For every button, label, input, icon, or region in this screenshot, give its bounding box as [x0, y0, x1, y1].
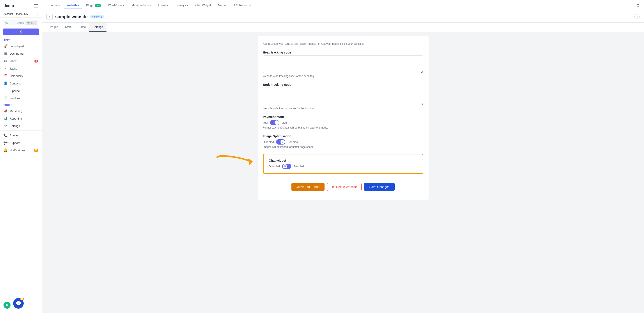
search-bar[interactable]: 🔍 Search ctrl K: [3, 20, 39, 26]
account-selector[interactable]: Account -- Irvine, CA ▾: [0, 11, 42, 18]
check-icon: ✓: [276, 121, 278, 124]
sidebar-item-support[interactable]: 💬 Support: [0, 139, 42, 147]
settings-card: Add a URL to your .png or .ico favicon i…: [258, 36, 428, 200]
pipeline-icon: ⧖: [4, 89, 8, 93]
topnav-surveys[interactable]: Surveys ▾: [172, 2, 191, 9]
sidebar-item-marketing[interactable]: 📣 Marketing: [0, 107, 42, 115]
hamburger-menu[interactable]: [34, 5, 38, 8]
support-chat-widget[interactable]: 💬 15: [13, 298, 24, 308]
image-optimisation-right-label: Enabled: [288, 140, 298, 144]
image-check-icon: ✓: [282, 141, 284, 143]
payment-mode-toggle-knob: ✓: [274, 120, 279, 125]
head-tracking-textarea[interactable]: [263, 56, 423, 73]
sidebar-label-settings: Settings: [10, 124, 20, 128]
topnav-forms[interactable]: Forms ▾: [155, 2, 172, 9]
sidebar-label-calendars: Calendars: [10, 74, 22, 78]
notifications-icon: 🔔: [4, 148, 8, 152]
payment-mode-left-label: Test: [263, 121, 268, 124]
x-icon: ✕: [284, 165, 286, 168]
action-row: Convert to Funnel 🗑 Delete Website Save …: [263, 179, 423, 195]
sidebar-item-launchpad[interactable]: 🚀 Launchpad: [0, 42, 42, 50]
main-content: Funnels Websites Blogs New WordPress ▾ M…: [42, 0, 644, 313]
sidebar-label-contacts: Contacts: [10, 82, 21, 85]
sidebar-label-invoices: Invoices: [10, 97, 20, 100]
gear-icon[interactable]: ⚙: [636, 3, 640, 8]
sidebar-item-phone[interactable]: 📞 Phone: [0, 132, 42, 139]
wordpress-chevron-icon: ▾: [123, 4, 124, 7]
support-icon: 💬: [4, 141, 8, 145]
inbox-badge: 1: [34, 60, 38, 63]
topnav-wordpress[interactable]: WordPress ▾: [105, 2, 128, 9]
arrow-annotation: [215, 154, 261, 169]
chat-widget-toggle[interactable]: ✕: [282, 164, 291, 169]
sidebar: demo Account -- Irvine, CA ▾ 🔍 Search ct…: [0, 0, 42, 313]
info-button[interactable]: ℹ: [634, 14, 640, 19]
calendars-icon: 📅: [4, 74, 8, 78]
topnav-funnels[interactable]: Funnels: [46, 2, 63, 9]
memberships-chevron-icon: ▾: [150, 4, 151, 7]
inbox-icon: ✉: [4, 59, 8, 63]
topnav-websites[interactable]: Websites: [64, 2, 82, 9]
sidebar-item-reporting[interactable]: 📊 Reporting: [0, 115, 42, 122]
topnav-forms-label: Forms: [158, 4, 166, 7]
sidebar-item-tasks[interactable]: ✓ Tasks: [0, 65, 42, 72]
page-title: sample website: [55, 14, 88, 19]
sidebar-label-tasks: Tasks: [10, 67, 17, 70]
sidebar-label-notifications: Notifications: [10, 149, 25, 152]
back-button[interactable]: ‹: [46, 14, 52, 20]
topnav-memberships[interactable]: Memberships ▾: [128, 2, 154, 9]
sidebar-label-pipeline: Pipeline: [10, 89, 20, 93]
image-optimisation-toggle-knob: ✓: [280, 140, 285, 144]
notifications-badge: 15: [34, 149, 38, 152]
logo: demo: [4, 4, 14, 8]
topnav-blogs-label: Blogs: [86, 4, 93, 7]
sidebar-item-pipeline[interactable]: ⧖ Pipeline: [0, 87, 42, 95]
sidebar-label-launchpad: Launchpad: [10, 45, 24, 48]
topnav-chat-widget[interactable]: Chat Widget: [192, 2, 214, 9]
tab-pages[interactable]: Pages: [46, 23, 62, 32]
image-optimisation-toggle[interactable]: ✓: [276, 139, 285, 145]
image-optimisation-left-label: Disabled: [263, 140, 274, 144]
sidebar-item-contacts[interactable]: 👤 Contacts: [0, 80, 42, 87]
launchpad-icon: 🚀: [4, 44, 8, 48]
sidebar-item-dashboard[interactable]: ⊞ Dashboard: [0, 50, 42, 57]
chat-widget-label: Chat widget: [269, 159, 418, 162]
convert-to-funnel-button[interactable]: Convert to Funnel: [292, 183, 324, 191]
support-badge: 15: [20, 298, 24, 300]
profile-initial: G: [6, 303, 8, 307]
tab-sales[interactable]: Sales: [75, 23, 90, 32]
tab-settings[interactable]: Settings: [89, 23, 106, 32]
head-tracking-label: Head tracking code: [263, 51, 423, 54]
sidebar-item-notifications[interactable]: 🔔 Notifications 15: [0, 147, 42, 154]
sidebar-label-phone: Phone: [10, 134, 18, 137]
sidebar-item-inbox[interactable]: ✉ Inbox 1: [0, 57, 42, 65]
lightning-button[interactable]: ⚡: [3, 29, 39, 35]
tab-stats[interactable]: Stats: [62, 23, 75, 32]
surveys-chevron-icon: ▾: [187, 4, 188, 7]
save-changes-button[interactable]: Save Changes: [364, 183, 395, 191]
payment-mode-toggle-row: Test ✓ Live: [263, 120, 423, 125]
support-chat-icon: 💬: [16, 301, 21, 306]
topnav-media[interactable]: Media: [215, 2, 229, 9]
settings-content: Add a URL to your .png or .ico favicon i…: [42, 32, 644, 313]
payment-mode-toggle[interactable]: ✓: [270, 120, 280, 125]
phone-icon: 📞: [4, 133, 8, 137]
delete-website-button[interactable]: 🗑 Delete Website: [327, 183, 362, 191]
svg-marker-0: [248, 160, 252, 164]
topnav-url-redirects[interactable]: URL Redirects: [230, 2, 254, 9]
profile-avatar[interactable]: G: [4, 301, 10, 308]
image-optimisation-hint: Images will optimised for better page sp…: [263, 145, 423, 149]
sidebar-item-settings[interactable]: ⚙ Settings: [0, 122, 42, 130]
topnav-blogs[interactable]: Blogs New: [83, 2, 104, 9]
sidebar-item-invoices[interactable]: 📄 Invoices: [0, 95, 42, 102]
payment-mode-right-label: Live: [282, 121, 287, 124]
sidebar-item-calendars[interactable]: 📅 Calendars: [0, 72, 42, 80]
tools-section-label: Tools: [0, 102, 42, 107]
search-label: Search: [16, 22, 25, 25]
tasks-icon: ✓: [4, 67, 8, 70]
sidebar-label-inbox: Inbox: [10, 60, 17, 63]
arrow-svg: [215, 154, 261, 169]
image-optimisation-group: Image Optimisation Disabled ✓ Enabled Im…: [263, 134, 423, 149]
head-tracking-group: Head tracking code Website wide tracking…: [263, 51, 423, 78]
body-tracking-textarea[interactable]: [263, 88, 423, 105]
